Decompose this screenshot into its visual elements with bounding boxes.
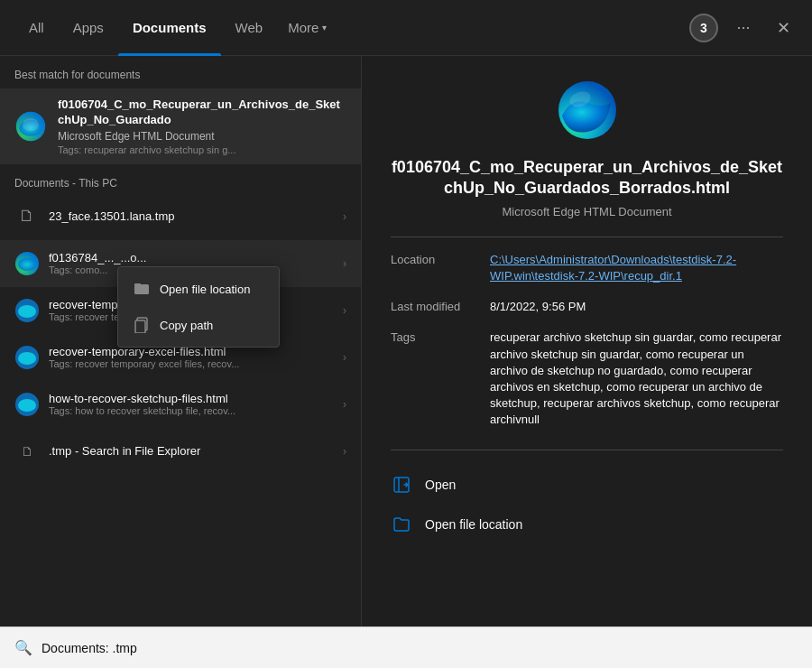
context-open-file-location-label: Open file location [160, 283, 250, 296]
tab-documents[interactable]: Documents [118, 0, 221, 56]
chevron-right-icon: › [343, 445, 346, 458]
tab-all[interactable]: All [14, 0, 59, 56]
right-panel-actions: Open Open file location [391, 450, 783, 544]
open-icon [391, 474, 412, 496]
info-table: Location C:\Users\Administrator\Download… [391, 237, 783, 443]
search-input[interactable]: Documents: .tmp [42, 641, 798, 655]
svg-point-10 [18, 399, 36, 412]
svg-point-4 [18, 258, 36, 271]
action-open-file-location[interactable]: Open file location [391, 505, 783, 544]
list-item-title: f0136784_..._...o... [49, 251, 343, 264]
close-icon: ✕ [777, 18, 790, 38]
tab-web[interactable]: Web [221, 0, 278, 56]
folder-icon [391, 514, 412, 535]
results-badge[interactable]: 3 [689, 14, 718, 42]
tab-more[interactable]: More ▾ [277, 0, 337, 56]
chevron-down-icon: ▾ [322, 23, 327, 32]
folder-open-icon [133, 280, 151, 298]
best-match-info: f0106704_C_mo_Recuperar_un_Archivos_de_S… [58, 97, 346, 155]
docs-section-title: Documents - This PC [0, 164, 361, 193]
edge-icon [14, 298, 40, 323]
tab-documents-label: Documents [133, 20, 207, 35]
best-match-subtitle: Microsoft Edge HTML Document [58, 130, 346, 143]
tags-label: Tags [391, 329, 490, 344]
location-value: C:\Users\Administrator\Downloads\testdis… [490, 252, 783, 284]
edge-icon [14, 392, 40, 417]
list-item-search[interactable]: 🗋 .tmp - Search in File Explorer › [0, 428, 361, 475]
list-item-subtitle: Tags: recover temporary excel files, rec… [49, 358, 343, 369]
ellipsis-icon: ··· [736, 18, 750, 37]
badge-count: 3 [700, 21, 707, 35]
list-item-title: how-to-recover-sketchup-files.html [49, 392, 343, 405]
tab-bar: All Apps Documents Web More ▾ 3 ··· ✕ [0, 0, 812, 56]
list-item-info: 23_face.13501.lana.tmp [49, 209, 343, 223]
svg-point-2 [23, 118, 39, 131]
list-item[interactable]: 🗋 23_face.13501.lana.tmp › [0, 193, 361, 240]
list-item-info: recover-temporary-excel-files.html Tags:… [49, 345, 343, 369]
list-item-title: 23_face.13501.lana.tmp [49, 209, 343, 223]
best-match-title: f0106704_C_mo_Recuperar_un_Archivos_de_S… [58, 97, 346, 128]
context-menu-copy-path[interactable]: Copy path [118, 307, 279, 343]
svg-rect-14 [135, 320, 145, 333]
info-row-modified: Last modified 8/1/2022, 9:56 PM [391, 299, 783, 315]
right-panel-app-icon [555, 78, 620, 143]
more-options-button[interactable]: ··· [729, 14, 758, 42]
action-open-label: Open [425, 478, 456, 492]
location-label: Location [391, 252, 490, 266]
right-panel-subtitle: Microsoft Edge HTML Document [502, 205, 671, 218]
best-match-icon [14, 110, 47, 143]
context-menu-open-file-location[interactable]: Open file location [118, 271, 279, 307]
edge-icon [14, 251, 40, 276]
chevron-right-icon: › [343, 210, 346, 223]
info-row-tags: Tags recuperar archivo sketchup sin guar… [391, 329, 783, 428]
chevron-right-icon: › [343, 304, 346, 317]
tags-value: recuperar archivo sketchup sin guardar, … [490, 329, 783, 428]
edge-icon [14, 345, 40, 370]
info-row-location: Location C:\Users\Administrator\Download… [391, 252, 783, 284]
tab-bar-right: 3 ··· ✕ [689, 14, 798, 42]
best-match-item[interactable]: f0106704_C_mo_Recuperar_un_Archivos_de_S… [0, 88, 361, 164]
tab-web-label: Web [235, 20, 263, 35]
context-copy-path-label: Copy path [160, 319, 213, 332]
file-icon: 🗋 [14, 204, 40, 229]
tab-apps-label: Apps [73, 20, 104, 35]
modified-label: Last modified [391, 299, 490, 313]
svg-point-6 [18, 305, 36, 318]
close-button[interactable]: ✕ [769, 14, 798, 42]
svg-point-8 [18, 352, 36, 365]
main-area: Best match for documents [0, 56, 812, 626]
search-bar: 🔍 Documents: .tmp [0, 626, 812, 668]
chevron-right-icon: › [343, 351, 346, 364]
search-icon: 🗋 [14, 439, 40, 464]
action-open[interactable]: Open [391, 465, 783, 505]
copy-icon [133, 316, 151, 334]
search-icon: 🔍 [14, 639, 32, 656]
modified-value: 8/1/2022, 9:56 PM [490, 299, 783, 315]
tab-more-label: More [288, 20, 318, 35]
location-link[interactable]: C:\Users\Administrator\Downloads\testdis… [490, 253, 736, 283]
tab-all-label: All [29, 20, 44, 35]
chevron-right-icon: › [343, 257, 346, 270]
context-menu: Open file location Copy path [117, 266, 280, 348]
svg-rect-12 [134, 283, 141, 286]
best-match-tags: Tags: recuperar archivo sketchup sin g..… [58, 144, 346, 155]
right-panel-title: f0106704_C_mo_Recuperar_un_Archivos_de_S… [391, 157, 783, 199]
chevron-right-icon: › [343, 398, 346, 411]
action-open-file-location-label: Open file location [425, 517, 522, 532]
list-item-title: .tmp - Search in File Explorer [49, 444, 343, 458]
list-item-info: .tmp - Search in File Explorer [49, 444, 343, 458]
right-panel: f0106704_C_mo_Recuperar_un_Archivos_de_S… [361, 56, 812, 626]
list-item-info: how-to-recover-sketchup-files.html Tags:… [49, 392, 343, 416]
tab-apps[interactable]: Apps [59, 0, 118, 56]
best-match-section-title: Best match for documents [0, 56, 361, 88]
list-item-subtitle: Tags: how to recover sketchup file, reco… [49, 405, 343, 416]
list-item[interactable]: how-to-recover-sketchup-files.html Tags:… [0, 381, 361, 428]
